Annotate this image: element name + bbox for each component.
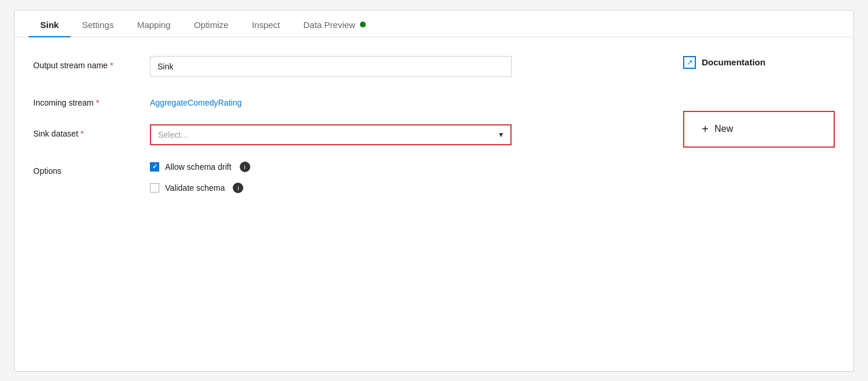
- sink-dataset-label: Sink dataset*: [33, 124, 150, 138]
- sink-dataset-row: Sink dataset* Select... ▼: [33, 124, 660, 145]
- allow-schema-drift-checkbox[interactable]: [150, 162, 159, 172]
- options-control: Allow schema drift i Validate schema i: [150, 162, 660, 193]
- options-label: Options: [33, 162, 150, 176]
- main-panel: Sink Settings Mapping Optimize Inspect D…: [14, 10, 854, 372]
- validate-schema-info-icon[interactable]: i: [233, 183, 243, 193]
- options-row: Options Allow schema drift i Valid: [33, 162, 660, 193]
- content-area: Output stream name* Incoming stream* Agg…: [15, 37, 853, 228]
- output-stream-input[interactable]: [150, 56, 512, 77]
- sink-dataset-control: Select... ▼: [150, 124, 660, 145]
- incoming-stream-control: AggregateComedyRating: [150, 93, 660, 108]
- validate-schema-label: Validate schema: [165, 183, 225, 193]
- incoming-stream-label: Incoming stream*: [33, 93, 150, 107]
- output-stream-label: Output stream name*: [33, 56, 150, 70]
- tab-mapping[interactable]: Mapping: [125, 11, 183, 37]
- tab-bar: Sink Settings Mapping Optimize Inspect D…: [15, 11, 853, 37]
- sink-dataset-select[interactable]: Select...: [150, 124, 512, 145]
- validate-schema-checkbox[interactable]: [150, 183, 159, 193]
- allow-schema-drift-row: Allow schema drift i: [150, 162, 660, 172]
- documentation-label: Documentation: [702, 57, 765, 67]
- incoming-stream-link[interactable]: AggregateComedyRating: [150, 93, 242, 107]
- new-button[interactable]: + New: [683, 111, 835, 148]
- validate-schema-row: Validate schema i: [150, 183, 660, 193]
- incoming-stream-required: *: [96, 98, 99, 107]
- allow-schema-drift-label: Allow schema drift: [165, 162, 232, 172]
- tab-sink[interactable]: Sink: [29, 11, 71, 37]
- incoming-stream-row: Incoming stream* AggregateComedyRating: [33, 93, 660, 108]
- options-area: Allow schema drift i Validate schema i: [150, 162, 660, 193]
- sink-dataset-select-wrapper: Select... ▼: [150, 124, 512, 145]
- tab-optimize[interactable]: Optimize: [182, 11, 240, 37]
- tab-inspect[interactable]: Inspect: [240, 11, 292, 37]
- output-stream-control: [150, 56, 660, 77]
- documentation-link[interactable]: Documentation: [683, 56, 835, 69]
- right-panel: Documentation + New: [683, 56, 835, 209]
- form-area: Output stream name* Incoming stream* Agg…: [33, 56, 660, 209]
- data-preview-label: Data Preview: [303, 20, 355, 30]
- output-stream-required: *: [110, 61, 113, 70]
- output-stream-row: Output stream name*: [33, 56, 660, 77]
- sink-dataset-required: *: [80, 129, 83, 138]
- data-preview-status-dot: [360, 22, 366, 27]
- tab-data-preview[interactable]: Data Preview: [292, 11, 377, 37]
- tab-settings[interactable]: Settings: [71, 11, 125, 37]
- allow-schema-drift-info-icon[interactable]: i: [240, 162, 250, 172]
- plus-icon: +: [702, 123, 709, 136]
- new-button-label: New: [715, 124, 733, 134]
- external-link-icon: [683, 56, 696, 69]
